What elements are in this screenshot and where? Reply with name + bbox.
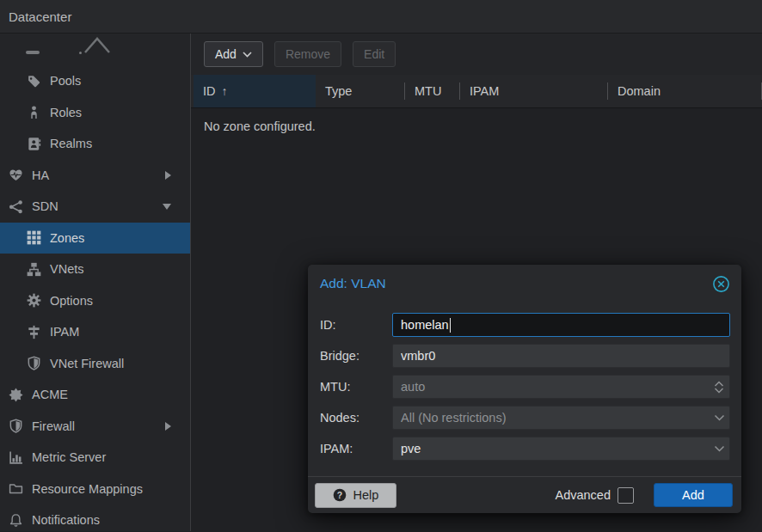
expand-arrow-icon[interactable] (165, 171, 171, 180)
sidebar-item-label: Roles (50, 106, 82, 119)
add-button[interactable]: Add (204, 41, 263, 67)
dialog-footer: ? Help Advanced Add (308, 476, 741, 513)
chevron-down-icon (243, 52, 252, 58)
column-header-type[interactable]: Type (316, 75, 405, 107)
sidebar-item-label: Realms (50, 137, 92, 150)
edit-button-label: Edit (364, 47, 384, 61)
zones-table-body: No zone configured. (191, 108, 762, 133)
sidebar-item-label: SDN (32, 199, 58, 213)
sidebar-item-realms[interactable]: Realms (0, 128, 190, 160)
sidebar-item-label: Pools (50, 74, 81, 88)
sidebar-item-resource-mappings[interactable]: Resource Mappings (0, 474, 190, 505)
sidebar-item-label: Metric Server (32, 450, 106, 464)
chevron-down-icon[interactable] (709, 407, 729, 429)
sidebar-item-acme[interactable]: ACME (0, 379, 190, 411)
expand-arrow-icon[interactable] (165, 422, 171, 431)
shield-icon (9, 419, 23, 433)
sidebar: Pools Roles Realms HA SDN (0, 34, 191, 531)
id-input[interactable]: homelan (392, 313, 730, 337)
column-header-ipam[interactable]: IPAM (460, 75, 608, 107)
sidebar-item-pools[interactable]: Pools (0, 65, 190, 97)
sort-ascending-icon: ↑ (222, 84, 228, 98)
sidebar-item-label: ACME (32, 388, 68, 401)
sidebar-item-firewall[interactable]: Firewall (0, 411, 190, 443)
question-circle-icon: ? (333, 488, 347, 502)
zones-table-header: ID ↑ Type MTU IPAM Domain (191, 75, 762, 108)
sidebar-item-ipam[interactable]: IPAM (0, 316, 190, 348)
sidebar-item-label: IPAM (50, 325, 79, 339)
spinner-up-down-icon[interactable] (709, 376, 729, 398)
help-button-label: Help (353, 488, 379, 502)
remove-button[interactable]: Remove (274, 41, 341, 67)
folder-icon (9, 481, 23, 496)
text-cursor (450, 318, 451, 333)
sidebar-item-vnets[interactable]: VNets (0, 254, 190, 285)
nodes-field-label: Nodes: (320, 411, 392, 425)
column-header-id[interactable]: ID ↑ (194, 75, 316, 107)
top-header-bar: Datacenter (0, 0, 762, 34)
empty-table-message: No zone configured. (204, 119, 316, 133)
nodes-select[interactable] (392, 406, 730, 430)
clipped-icon (26, 51, 40, 54)
address-book-icon (27, 137, 41, 151)
bridge-input[interactable] (392, 344, 730, 368)
clipped-nav-item (0, 34, 190, 65)
sidebar-item-roles[interactable]: Roles (0, 97, 190, 129)
network-nodes-icon (9, 199, 23, 214)
collapse-arrow-icon[interactable] (163, 204, 171, 210)
shield-icon (27, 356, 41, 370)
column-header-mtu[interactable]: MTU (405, 75, 460, 107)
page-title: Datacenter (9, 9, 71, 24)
signpost-icon (27, 325, 41, 339)
mtu-spinner[interactable] (392, 375, 730, 399)
sidebar-item-options[interactable]: Options (0, 285, 190, 317)
edit-button[interactable]: Edit (353, 41, 396, 67)
chevron-up-icon (83, 34, 112, 54)
bridge-field-label: Bridge: (320, 349, 392, 363)
close-icon[interactable] (712, 275, 730, 293)
dialog-header[interactable]: Add: VLAN (308, 265, 741, 303)
gear-icon (27, 293, 41, 308)
zones-toolbar: Add Remove Edit (191, 34, 762, 75)
sidebar-item-label: VNet Firewall (50, 357, 124, 370)
user-icon (27, 105, 41, 119)
tags-icon (27, 74, 41, 89)
ipam-field-label: IPAM: (320, 442, 392, 456)
sidebar-item-label: Firewall (32, 419, 75, 433)
sidebar-item-metric-server[interactable]: Metric Server (0, 442, 190, 474)
heartbeat-icon (9, 168, 23, 182)
advanced-checkbox[interactable] (618, 487, 634, 504)
add-vlan-dialog: Add: VLAN ID: homelan Bridge: MTU: (308, 265, 741, 513)
bell-icon (9, 513, 23, 528)
add-button-label: Add (215, 47, 237, 61)
column-header-domain[interactable]: Domain (608, 75, 762, 107)
svg-text:?: ? (336, 490, 341, 500)
sidebar-item-label: Options (50, 294, 93, 308)
sidebar-item-ha[interactable]: HA (0, 160, 190, 192)
remove-button-label: Remove (286, 47, 330, 61)
sidebar-item-label: Zones (50, 231, 84, 245)
bar-chart-icon (9, 450, 23, 465)
grid-icon (27, 230, 41, 245)
dialog-add-button[interactable]: Add (654, 483, 733, 507)
chevron-down-icon[interactable] (709, 437, 729, 460)
sidebar-item-label: Resource Mappings (32, 482, 143, 496)
sidebar-item-sdn[interactable]: SDN (0, 191, 190, 223)
sidebar-item-label: VNets (50, 262, 84, 276)
sidebar-item-vnet-firewall[interactable]: VNet Firewall (0, 348, 190, 380)
sitemap-icon (27, 262, 41, 277)
sidebar-item-notifications[interactable]: Notifications (0, 504, 190, 531)
mtu-field-label: MTU: (320, 380, 392, 394)
advanced-label: Advanced (556, 488, 611, 502)
dialog-title: Add: VLAN (320, 276, 712, 291)
dialog-form: ID: homelan Bridge: MTU: Nodes: (308, 303, 741, 476)
sidebar-item-zones[interactable]: Zones (0, 223, 190, 254)
sidebar-item-label: Notifications (32, 513, 100, 527)
help-button[interactable]: ? Help (315, 483, 396, 508)
sidebar-item-label: HA (32, 168, 49, 182)
id-field-label: ID: (320, 318, 392, 332)
certificate-icon (9, 388, 23, 402)
ipam-select[interactable] (392, 437, 730, 461)
